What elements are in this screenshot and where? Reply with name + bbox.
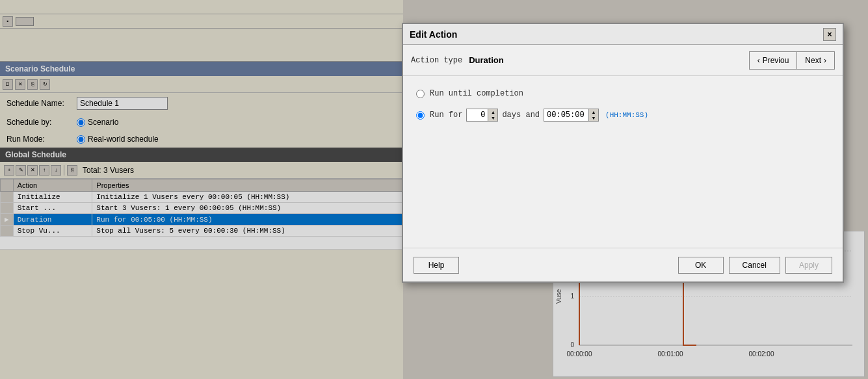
time-spinner-buttons: ▲ ▼: [588, 109, 598, 121]
ok-button[interactable]: OK: [678, 257, 724, 274]
previous-button[interactable]: ‹ Previou: [749, 51, 797, 70]
run-until-label: Run until completion: [430, 89, 523, 98]
days-spinner-buttons: ▲ ▼: [488, 109, 497, 121]
next-arrow-icon: ›: [824, 56, 826, 65]
dialog-content: Run until completion Run for ▲ ▼ days an…: [403, 76, 843, 226]
action-type-prefix: Action type: [411, 56, 462, 65]
dialog-title: Edit Action: [410, 29, 457, 40]
action-type-value: Duration: [469, 55, 503, 65]
days-up-button[interactable]: ▲: [488, 109, 497, 115]
dialog-close-button[interactable]: ×: [823, 28, 836, 41]
prev-arrow-icon: ‹: [757, 56, 760, 65]
time-up-button[interactable]: ▲: [589, 109, 598, 115]
run-for-label: Run for: [430, 111, 462, 120]
days-down-button[interactable]: ▼: [488, 115, 497, 121]
dialog-footer: Help OK Cancel Apply: [403, 248, 843, 281]
run-until-radio[interactable]: [416, 90, 425, 98]
nav-buttons: ‹ Previou Next ›: [749, 51, 835, 70]
edit-action-dialog: Edit Action × Action type Duration ‹ Pre…: [402, 23, 844, 283]
prev-label: Previou: [763, 56, 789, 65]
next-button[interactable]: Next ›: [796, 51, 835, 70]
help-button[interactable]: Help: [414, 257, 459, 274]
time-input[interactable]: [544, 109, 588, 121]
time-down-button[interactable]: ▼: [589, 115, 598, 121]
run-for-option: Run for ▲ ▼ days and ▲ ▼ (HH:MM:SS: [416, 109, 830, 122]
run-for-radio[interactable]: [416, 111, 425, 120]
time-spinner: ▲ ▼: [544, 109, 599, 122]
dialog-nav-bar: Action type Duration ‹ Previou Next ›: [403, 45, 843, 76]
run-for-row: Run for ▲ ▼ days and ▲ ▼ (HH:MM:SS: [430, 109, 648, 122]
run-until-option: Run until completion: [416, 89, 830, 98]
days-label: days and: [502, 111, 540, 120]
apply-button[interactable]: Apply: [785, 257, 832, 274]
time-hint: (HH:MM:SS): [605, 111, 648, 119]
days-spinner: ▲ ▼: [466, 109, 498, 122]
dialog-titlebar: Edit Action ×: [403, 24, 843, 45]
days-input[interactable]: [467, 109, 488, 121]
cancel-button[interactable]: Cancel: [729, 257, 780, 274]
next-label: Next: [805, 56, 821, 65]
